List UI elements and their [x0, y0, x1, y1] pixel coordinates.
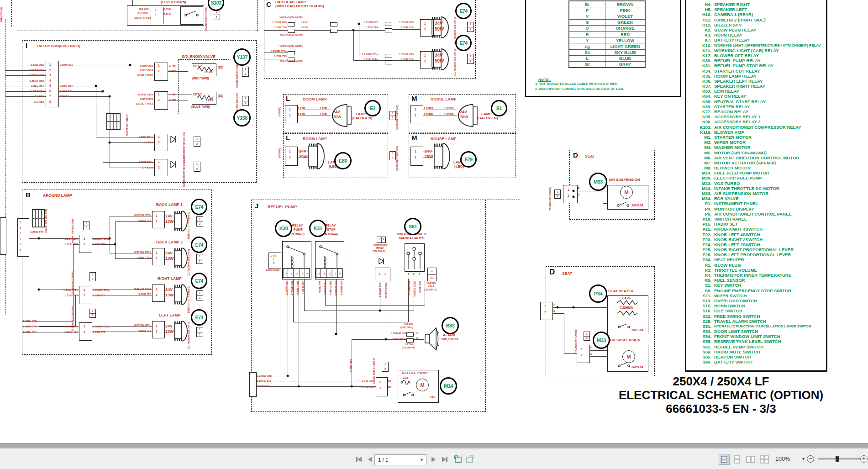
wire-label: BG 653 [139, 8, 149, 11]
wire-label: YAZAKI [404, 323, 413, 326]
i12-icon: 12 [584, 332, 589, 340]
zoom-slider-handle[interactable] [836, 456, 839, 462]
legend-item: S54.FRONT WINDOW LIMIT SWITCH [686, 334, 826, 339]
wire-label: 0.75B [169, 99, 176, 101]
wire-label: 1.25Y [300, 21, 308, 24]
i12-icon: 12 [467, 22, 473, 31]
connector-box [151, 7, 163, 24]
wire-label: 2 [568, 195, 569, 198]
connector-box [577, 345, 590, 363]
connector-box [563, 185, 578, 203]
wire-label: 2 [158, 70, 160, 73]
layout-single-page-button[interactable] [719, 454, 729, 464]
wire-label: STOP [327, 228, 336, 231]
wire-label: 0.85B 772 [93, 243, 105, 246]
wire-label: 1 4 2 [270, 255, 276, 258]
wire-label: B [578, 193, 579, 196]
wire-label: 1 [289, 150, 291, 153]
wire-label: 0.85GW 875c [132, 287, 151, 290]
zoom-dropdown-caret[interactable]: ▼ [801, 457, 805, 461]
page-number-combo[interactable]: 1 / 1 ▼ [374, 454, 426, 465]
zoom-level[interactable]: 100% [775, 456, 790, 462]
wire-label: DEUTSCH DT (CN.D98-2) [188, 249, 190, 276]
flamp-icon [174, 246, 188, 270]
wire-label: 0.85GW 875c [93, 289, 110, 291]
i12-icon: 12 [554, 190, 560, 198]
flamp-icon [308, 142, 325, 171]
wire-label: 1 [158, 136, 160, 139]
junction-dot [351, 385, 353, 388]
wire-label: 2 [84, 331, 85, 334]
component-badge: M33 [593, 332, 610, 349]
legend-item: H12.BUZZER 24 V [686, 22, 826, 27]
wire-label: B [553, 310, 555, 312]
wire-label: 1.25Br 772 [59, 243, 78, 246]
wire-label: 2 [415, 156, 416, 159]
junction-dot [298, 385, 300, 388]
junction-dot [557, 306, 559, 309]
wire-label: 1.25GR 875 [363, 21, 378, 24]
chevron-down-icon: ▼ [420, 458, 424, 462]
previous-page-button[interactable] [366, 454, 374, 464]
connector-box [154, 91, 168, 110]
junction-dot [114, 243, 116, 246]
layout-two-pages-button[interactable] [745, 454, 757, 464]
wire-label: 3 [419, 273, 420, 276]
component-badge: E74 [191, 273, 207, 289]
wire-label: LEFT [206, 99, 213, 102]
wire-label: GY 539 [23, 95, 44, 98]
next-view-button[interactable] [465, 454, 475, 465]
sw-icon [617, 323, 631, 328]
wire-label: BACK [622, 297, 631, 300]
legend-item: S53.DOOR LIMIT SWITCH [686, 329, 826, 334]
next-page-button[interactable] [429, 454, 437, 464]
legend-item: K116.BLOWER AMP [686, 130, 826, 135]
wire-label: OPT-2 [193, 93, 202, 96]
connector-box [375, 268, 390, 281]
legend-item: R3.THROTTLE VOLUME [686, 268, 826, 273]
wire-label: BG 653 [23, 100, 44, 103]
wire-label: 4 [306, 273, 308, 275]
zoom-in-button[interactable]: + [860, 455, 868, 463]
wire-label: SOLENOID VALVE [182, 55, 216, 59]
wire-label: SUMITOMO MT090 (CN.G6) [183, 158, 185, 187]
legend-item: K37.SPEAKER RIGHT RELAY [686, 84, 826, 89]
wire-label: 0.75R [169, 93, 176, 96]
layout-continuous-button[interactable] [732, 454, 742, 464]
title-line-2: ELECTRICAL SCHEMATIC (OPTION) [612, 388, 830, 402]
wire-label: 1.25GR 875 [399, 53, 414, 56]
first-page-button[interactable] [354, 454, 364, 464]
wire-label: 2 [156, 330, 158, 333]
g8-icon [32, 209, 44, 227]
color-row: RRED [569, 31, 645, 37]
component-badge: Y138 [233, 109, 251, 126]
legend-item: K17.BLOWER OFF RELAY [686, 53, 826, 58]
connector-box [410, 105, 423, 123]
wire-label: BOOM LAMP [303, 97, 327, 101]
dashed-border-line [11, 0, 12, 26]
wire-label: 0.85W 230 [23, 63, 44, 66]
spl-icon [288, 22, 294, 26]
layout-two-pages-continuous-button[interactable] [758, 454, 770, 464]
last-page-button[interactable] [440, 454, 450, 464]
wire-label: DEUTSCH DT (CN.D98-1) [454, 49, 456, 76]
zoom-slider-track[interactable] [818, 458, 861, 459]
flamp-icon [174, 283, 188, 306]
wire-label: 2 [49, 69, 51, 72]
wire-label: 0.85B [163, 8, 171, 11]
legend-item: M20.ELECTRIC FUEL PUMP [686, 175, 826, 180]
zoom-out-button[interactable]: − [807, 455, 814, 463]
previous-view-button[interactable] [453, 454, 463, 465]
wire-label: (BLUE TAPE) [134, 16, 151, 19]
wire-label: 2 [289, 114, 291, 117]
wire-label: M [411, 134, 417, 142]
last-page-icon [442, 457, 446, 462]
wire-label: 1.25B [320, 113, 327, 116]
wire-label: 1.25B 768 [257, 385, 269, 388]
connector-box [410, 147, 423, 166]
component-badge: E1 [491, 100, 507, 116]
wire-label: RELAY [292, 224, 303, 227]
page-indicator: 1 / 1 [378, 457, 420, 463]
wire-label: B [26, 191, 31, 199]
wire-label: R [590, 346, 592, 349]
